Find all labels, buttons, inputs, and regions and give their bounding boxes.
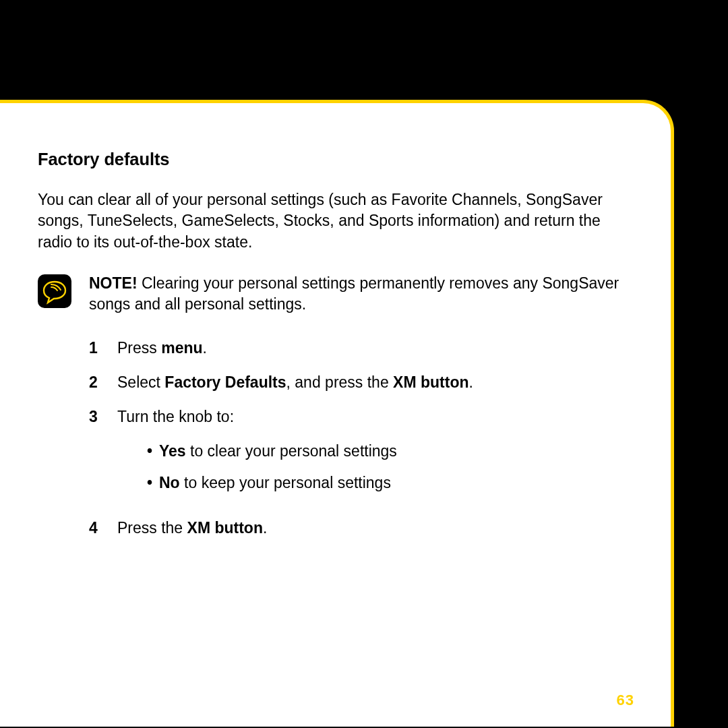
step-text: Press the [117, 519, 187, 537]
speech-bubble-icon [38, 274, 71, 308]
sub-list: • Yes to clear your personal settings • … [117, 441, 624, 493]
step-text: Press [117, 339, 161, 357]
step-text: , and press the [286, 373, 394, 391]
step-4: 4 Press the XM button. [89, 518, 624, 539]
bullet-icon: • [147, 473, 151, 493]
intro-paragraph: You can clear all of your personal setti… [38, 189, 624, 252]
sub-item-text: No to keep your personal settings [159, 473, 391, 493]
step-text: to keep your personal settings [180, 474, 391, 491]
step-text: . [203, 339, 207, 357]
step-body: Select Factory Defaults, and press the X… [117, 372, 624, 393]
note-body: Clearing your personal settings permanen… [89, 274, 619, 313]
page-number: 63 [617, 692, 634, 709]
step-text: . [263, 519, 267, 537]
step-body: Turn the knob to: • Yes to clear your pe… [117, 406, 624, 504]
note-text: NOTE! Clearing your personal settings pe… [89, 273, 624, 315]
step-body: Press the XM button. [117, 518, 624, 539]
page-content: Factory defaults You can clear all of yo… [0, 103, 671, 539]
section-heading: Factory defaults [38, 148, 624, 171]
step-text-bold: No [159, 474, 180, 491]
step-number: 4 [89, 518, 101, 539]
note-block: NOTE! Clearing your personal settings pe… [38, 273, 624, 315]
step-text-bold: Factory Defaults [164, 373, 286, 391]
bullet-icon: • [147, 441, 151, 462]
sub-item: • Yes to clear your personal settings [147, 441, 624, 462]
note-label: NOTE! [89, 274, 138, 292]
step-3: 3 Turn the knob to: • Yes to clear your … [89, 406, 624, 504]
step-text: Select [117, 373, 164, 391]
document-page: Factory defaults You can clear all of yo… [0, 100, 674, 727]
step-number: 2 [89, 372, 101, 393]
sub-item-text: Yes to clear your personal settings [159, 441, 397, 462]
step-text-bold: XM button [187, 519, 263, 537]
step-number: 1 [89, 338, 101, 359]
sub-item: • No to keep your personal settings [147, 473, 624, 493]
step-text: . [469, 373, 473, 391]
step-text: Turn the knob to: [117, 408, 234, 425]
step-list: 1 Press menu. 2 Select Factory Defaults,… [38, 338, 624, 539]
step-2: 2 Select Factory Defaults, and press the… [89, 372, 624, 393]
step-text-bold: menu [161, 339, 202, 357]
step-text-bold: XM button [393, 373, 468, 391]
step-text: to clear your personal settings [186, 442, 397, 460]
step-text-bold: Yes [159, 442, 186, 460]
step-1: 1 Press menu. [89, 338, 624, 359]
step-number: 3 [89, 406, 101, 504]
step-body: Press menu. [117, 338, 624, 359]
